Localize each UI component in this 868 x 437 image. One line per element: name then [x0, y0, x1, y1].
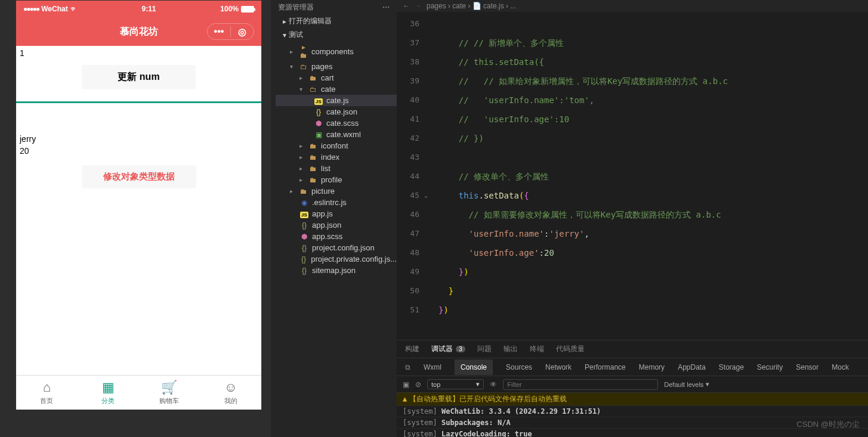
tree-folder-iconfont[interactable]: ▸🖿iconfont: [276, 140, 397, 151]
code-editor[interactable]: 36373839404142434445⌄464748495051 // // …: [397, 12, 868, 340]
tree-file-appjs[interactable]: JSapp.js: [276, 208, 397, 219]
tree-folder-picture[interactable]: ▸🖿picture: [276, 185, 397, 197]
tab-bar: ⌂首页 ▦分类 🛒购物车 ☺我的: [16, 375, 261, 410]
filter-input[interactable]: [503, 379, 658, 390]
tab-output[interactable]: 输出: [503, 344, 518, 354]
status-bar: ●●●●● WeChat ᯤ 9:11 100%: [16, 1, 261, 17]
tree-file-catewxml[interactable]: ▣cate.wxml: [276, 129, 397, 140]
tab-cart[interactable]: 🛒购物车: [139, 376, 200, 410]
line-gutter: 36373839404142434445⌄464748495051: [397, 12, 427, 340]
devtab-memory[interactable]: Memory: [639, 363, 665, 371]
more-icon[interactable]: ⋯: [382, 3, 390, 11]
devtab-console[interactable]: Console: [455, 359, 493, 375]
carrier-label: WeChat: [41, 5, 67, 13]
tab-category[interactable]: ▦分类: [78, 376, 139, 410]
simulator-content: 1 更新 num jerry 20 修改对象类型数据: [16, 46, 261, 375]
capsule-close-icon[interactable]: ◎: [231, 24, 254, 39]
inspect-icon[interactable]: ⧉: [405, 363, 410, 371]
console-toolbar: ▣ ⊘ top▾ 👁 Default levels▾: [397, 376, 868, 393]
battery-icon: [241, 6, 254, 13]
devtab-wxml[interactable]: Wxml: [424, 363, 441, 371]
tree-file-sitemap[interactable]: {}sitemap.json: [276, 265, 397, 276]
tree-file-appscss[interactable]: ⬢app.scss: [276, 231, 397, 242]
tab-build[interactable]: 构建: [405, 344, 419, 354]
home-icon: ⌂: [43, 380, 51, 395]
devtools-tabs: ⧉ Wxml Console Sources Network Performan…: [397, 358, 868, 376]
tab-debugger[interactable]: 调试器 3: [431, 344, 465, 354]
nav-fwd-icon[interactable]: →: [415, 2, 422, 10]
tab-problems[interactable]: 问题: [477, 344, 492, 354]
devtab-mock[interactable]: Mock: [832, 363, 849, 371]
open-editors-section[interactable]: ▸打开的编辑器: [271, 14, 397, 28]
cart-icon: 🛒: [161, 380, 177, 395]
levels-selector[interactable]: Default levels▾: [664, 380, 709, 388]
eye-icon[interactable]: 👁: [490, 380, 497, 389]
page-title: 慕尚花坊: [120, 26, 158, 38]
explorer-panel: 资源管理器 ⋯ ▸打开的编辑器 ▾测试 ▸▸🖿components ▾🗀page…: [271, 0, 397, 437]
signal-dots-icon: ●●●●●: [23, 5, 39, 13]
num-value: 1: [16, 46, 261, 60]
code-lines[interactable]: // // 新增单个、多个属性 // this.setData({ // // …: [427, 12, 868, 340]
tab-profile[interactable]: ☺我的: [200, 376, 261, 410]
panel-tabs: 构建 调试器 3 问题 输出 终端 代码质量: [397, 340, 868, 358]
explorer-header: 资源管理器 ⋯: [271, 0, 397, 14]
capsule-button[interactable]: ••• ◎: [207, 23, 254, 40]
tree-file-projectconfig[interactable]: {}project.config.json: [276, 242, 397, 253]
tab-quality[interactable]: 代码质量: [556, 344, 585, 354]
tree-file-catescss[interactable]: ⬢cate.scss: [276, 117, 397, 129]
profile-icon: ☺: [224, 380, 237, 395]
tab-terminal[interactable]: 终端: [530, 344, 544, 354]
editor-area: ← → pages › cate › 📄 cate.js › ... 36373…: [397, 0, 868, 437]
modify-object-button[interactable]: 修改对象类型数据: [82, 165, 196, 188]
tree-folder-list[interactable]: ▸🖿list: [276, 163, 397, 174]
clock-label: 9:11: [78, 5, 221, 13]
sidebar-toggle-icon[interactable]: ▣: [403, 380, 409, 389]
tree-file-projectprivate[interactable]: {}project.private.config.js...: [276, 253, 397, 265]
editor-breadcrumb[interactable]: ← → pages › cate › 📄 cate.js › ...: [397, 0, 868, 12]
context-selector[interactable]: top▾: [427, 379, 484, 389]
nav-back-icon[interactable]: ←: [403, 2, 410, 10]
tree-file-catejson[interactable]: {}cate.json: [276, 106, 397, 117]
clear-console-icon[interactable]: ⊘: [415, 380, 421, 389]
tree-folder-profile[interactable]: ▸🖿profile: [276, 174, 397, 185]
userinfo-name: jerry: [16, 133, 261, 145]
tree-folder-index[interactable]: ▸🖿index: [276, 151, 397, 163]
devtab-network[interactable]: Network: [545, 363, 572, 371]
devtab-security[interactable]: Security: [757, 363, 783, 371]
wifi-icon: ᯤ: [70, 5, 78, 13]
category-icon: ▦: [102, 380, 115, 395]
devtab-performance[interactable]: Performance: [585, 363, 626, 371]
watermark: CSDN @时光の尘: [796, 419, 860, 430]
update-num-button[interactable]: 更新 num: [82, 65, 195, 89]
nav-bar: 慕尚花坊 ••• ◎: [16, 17, 261, 46]
tab-home[interactable]: ⌂首页: [16, 376, 78, 410]
tree-folder-pages[interactable]: ▾🗀pages: [276, 61, 397, 72]
tree-folder-cart[interactable]: ▸🖿cart: [276, 72, 397, 83]
devtab-storage[interactable]: Storage: [719, 363, 744, 371]
devtab-sources[interactable]: Sources: [506, 363, 532, 371]
capsule-menu-icon[interactable]: •••: [208, 24, 230, 39]
project-section[interactable]: ▾测试: [271, 28, 397, 42]
devtab-sensor[interactable]: Sensor: [796, 363, 818, 371]
tree-folder-cate[interactable]: ▾🗀cate: [276, 83, 397, 95]
tree-file-appjson[interactable]: {}app.json: [276, 219, 397, 231]
tree-file-catejs[interactable]: JScate.js: [276, 95, 397, 106]
console-messages[interactable]: ▲【自动热重载】已开启代码文件保存后自动热重载[system] WeChatLi…: [397, 393, 868, 437]
devtab-appdata[interactable]: AppData: [678, 363, 706, 371]
simulator-panel: ●●●●● WeChat ᯤ 9:11 100% 慕尚花坊 ••• ◎ 1 更新…: [16, 0, 262, 410]
tree-file-eslintrc[interactable]: ◉.eslintrc.js: [276, 197, 397, 208]
userinfo-age: 20: [16, 145, 261, 157]
tree-folder-components[interactable]: ▸▸🖿components: [276, 42, 397, 61]
battery-pct: 100%: [220, 5, 239, 13]
